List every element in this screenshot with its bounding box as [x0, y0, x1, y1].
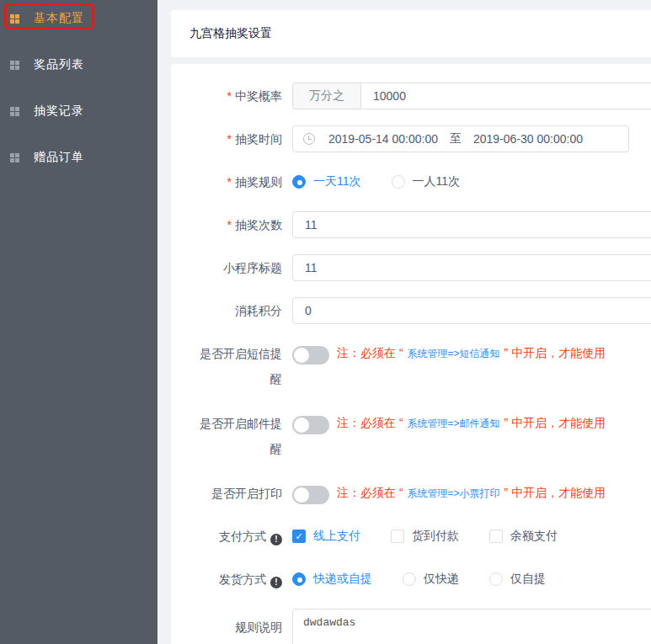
date-separator: 至 — [450, 131, 462, 146]
payment-option-online[interactable]: 线上支付 — [292, 529, 360, 544]
delivery-option-pickup-only[interactable]: 仅自提 — [489, 572, 546, 587]
toggle-knob — [294, 348, 309, 363]
probability-prefix: 万分之 — [292, 82, 360, 109]
sms-note: 注：必须在 “ 系统管理=>短信通知 ” 中开启，才能使用 — [337, 341, 606, 366]
delivery-option-express-or-pickup[interactable]: 快递或自提 — [292, 572, 372, 587]
grid-icon — [10, 14, 19, 24]
info-icon[interactable] — [270, 577, 282, 588]
win-probability-label: *中奖概率 — [171, 82, 292, 109]
radio-unchecked-icon[interactable] — [403, 572, 416, 586]
sidebar-item-lottery-records[interactable]: 抽奖记录 — [0, 101, 157, 121]
settings-form: *中奖概率 万分之 *抽奖时间 2019-05-14 00:00:00 至 20… — [171, 64, 651, 644]
email-note-link: 系统管理=>邮件通知 — [408, 417, 500, 431]
sidebar-item-gift-orders[interactable]: 赠品订单 — [0, 147, 157, 168]
sms-note-link: 系统管理=>短信通知 — [408, 347, 500, 361]
toggle-knob — [294, 418, 309, 433]
required-mark: * — [227, 175, 232, 189]
toggle-knob — [294, 487, 309, 503]
date-start[interactable]: 2019-05-14 00:00:00 — [328, 132, 438, 146]
print-label: 是否开启打印 — [171, 480, 292, 507]
required-mark: * — [227, 132, 232, 146]
main-content: 九宫格抽奖设置 *中奖概率 万分之 *抽奖时间 2019-05-14 00:00… — [157, 0, 651, 644]
checkbox-unchecked-icon[interactable] — [489, 530, 503, 543]
lottery-time-label: *抽奖时间 — [171, 125, 292, 152]
row-payment-method: 支付方式 线上支付 货到付款 余额支付 — [171, 523, 651, 550]
payment-method-label: 支付方式 — [171, 523, 292, 550]
radio-checked-icon[interactable] — [292, 572, 306, 586]
row-points-cost: 消耗积分 — [171, 297, 651, 324]
sidebar-item-label: 奖品列表 — [34, 57, 84, 72]
row-rules-description: 规则说明 dwdawdas — [171, 609, 651, 644]
clock-icon — [303, 133, 315, 145]
grid-icon — [10, 107, 19, 116]
lottery-rule-label: *抽奖规则 — [171, 168, 292, 195]
rules-description-label: 规则说明 — [171, 609, 292, 641]
payment-option-balance[interactable]: 余额支付 — [489, 529, 558, 544]
row-print: 是否开启打印 注：必须在 “ 系统管理=>小票打印 ” 中开启，才能使用 — [171, 480, 651, 507]
row-miniprogram-title: 小程序标题 — [171, 254, 651, 281]
points-cost-label: 消耗积分 — [171, 297, 292, 324]
grid-icon — [10, 61, 19, 70]
delivery-option-express-only[interactable]: 仅快递 — [403, 572, 459, 587]
probability-input[interactable] — [360, 82, 651, 109]
rule-option-per-person[interactable]: 一人11次 — [392, 174, 461, 189]
print-note: 注：必须在 “ 系统管理=>小票打印 ” 中开启，才能使用 — [337, 481, 606, 506]
row-sms-reminder: 是否开启短信提醒 注：必须在 “ 系统管理=>短信通知 ” 中开启，才能使用 — [171, 340, 651, 391]
radio-checked-icon[interactable] — [292, 175, 306, 189]
row-lottery-time: *抽奖时间 2019-05-14 00:00:00 至 2019-06-30 0… — [171, 125, 651, 152]
sidebar-item-label: 基本配置 — [34, 11, 84, 26]
checkbox-unchecked-icon[interactable] — [391, 530, 404, 543]
row-email-reminder: 是否开启邮件提醒 注：必须在 “ 系统管理=>邮件通知 ” 中开启，才能使用 — [171, 410, 651, 461]
required-mark: * — [227, 89, 232, 103]
sidebar: 基本配置 奖品列表 抽奖记录 赠品订单 — [0, 0, 157, 644]
email-note: 注：必须在 “ 系统管理=>邮件通知 ” 中开启，才能使用 — [337, 411, 606, 436]
sms-toggle[interactable] — [292, 346, 329, 365]
row-delivery-method: 发货方式 快递或自提 仅快递 仅自提 — [171, 566, 651, 593]
rules-description-textarea[interactable]: dwdawdas — [292, 609, 651, 644]
rule-option-per-day[interactable]: 一天11次 — [292, 174, 361, 189]
payment-option-cod[interactable]: 货到付款 — [391, 529, 459, 544]
sidebar-item-prize-list[interactable]: 奖品列表 — [0, 55, 157, 75]
title-card: 九宫格抽奖设置 — [171, 10, 651, 57]
sms-reminder-label: 是否开启短信提醒 — [171, 340, 292, 391]
page-title: 九宫格抽奖设置 — [189, 26, 272, 41]
grid-icon — [10, 153, 19, 162]
date-range-picker[interactable]: 2019-05-14 00:00:00 至 2019-06-30 00:00:0… — [292, 125, 629, 152]
lottery-count-label: *抽奖次数 — [171, 211, 292, 238]
lottery-count-input[interactable] — [292, 211, 651, 238]
radio-unchecked-icon[interactable] — [489, 572, 503, 586]
print-toggle[interactable] — [292, 486, 329, 504]
required-mark: * — [227, 218, 232, 232]
sidebar-item-basic-config[interactable]: 基本配置 — [0, 8, 157, 29]
miniprogram-title-label: 小程序标题 — [171, 254, 292, 281]
row-win-probability: *中奖概率 万分之 — [171, 82, 651, 109]
sidebar-item-label: 赠品订单 — [34, 150, 84, 165]
print-note-link: 系统管理=>小票打印 — [408, 487, 500, 501]
delivery-method-label: 发货方式 — [171, 566, 292, 593]
email-toggle[interactable] — [292, 416, 329, 434]
row-lottery-rule: *抽奖规则 一天11次 一人11次 — [171, 168, 651, 195]
checkbox-checked-icon[interactable] — [292, 530, 306, 543]
sidebar-item-label: 抽奖记录 — [34, 104, 84, 119]
info-icon[interactable] — [270, 534, 282, 546]
row-lottery-count: *抽奖次数 — [171, 211, 651, 238]
radio-unchecked-icon[interactable] — [392, 175, 405, 189]
points-cost-input[interactable] — [292, 297, 651, 324]
email-reminder-label: 是否开启邮件提醒 — [171, 410, 292, 461]
date-end[interactable]: 2019-06-30 00:00:00 — [473, 132, 583, 146]
miniprogram-title-input[interactable] — [292, 254, 651, 281]
